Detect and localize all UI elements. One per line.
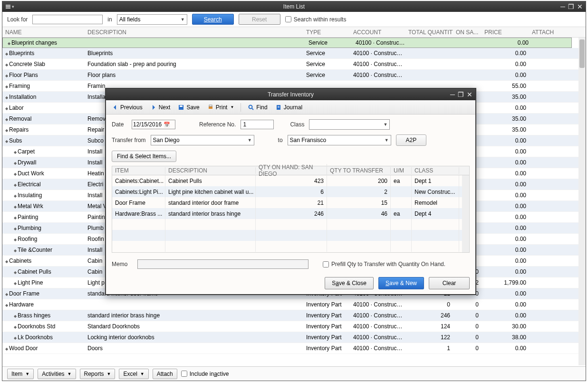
previous-button[interactable]: Previous	[109, 103, 145, 112]
find-button[interactable]: Find	[245, 103, 270, 112]
date-input[interactable]	[133, 121, 164, 128]
cell-acct: 40100 · Construct...	[353, 39, 408, 46]
col-name[interactable]: NAME	[2, 29, 85, 36]
cell-price: 0.00	[482, 214, 529, 220]
window-title: Item List	[283, 3, 305, 10]
from-select[interactable]: San Diego▼	[151, 135, 254, 145]
dcell-um	[391, 197, 412, 208]
dialog-row[interactable]: Hardware:Brass ...standard interior bras…	[112, 208, 469, 219]
dcol-qtt[interactable]: QTY TO TRANSFER	[327, 167, 391, 174]
col-price[interactable]: PRICE	[482, 29, 529, 36]
to-select[interactable]: San Fransisco▼	[288, 135, 391, 145]
dcol-desc[interactable]: DESCRIPTION	[165, 167, 256, 174]
look-for-input[interactable]	[32, 15, 103, 24]
attach-button[interactable]: Attach	[153, 369, 177, 379]
table-row[interactable]: ◆HardwareInventory Part40100 · Construct…	[2, 299, 586, 310]
col-type[interactable]: TYPE	[303, 29, 350, 36]
search-button[interactable]: Search	[192, 14, 234, 25]
dialog-row[interactable]	[112, 241, 469, 252]
dialog-toolbar: Previous Next Save Print ▼ Find Journal	[106, 100, 475, 115]
next-button[interactable]: Next	[147, 103, 174, 112]
cell-desc: Blueprints	[85, 50, 303, 57]
save-button[interactable]: Save	[175, 103, 202, 112]
ref-input[interactable]	[241, 120, 274, 129]
class-select[interactable]: ▼	[309, 119, 390, 130]
table-row[interactable]: ◆Wood DoorDoorsInventory Part40100 · Con…	[2, 343, 586, 354]
activities-menu-button[interactable]: Activities▼	[38, 369, 76, 379]
search-within-input[interactable]	[285, 16, 291, 22]
dialog-scrollbar[interactable]	[462, 175, 469, 252]
cell-onsa: 0	[453, 312, 482, 319]
memo-input[interactable]	[137, 259, 308, 269]
svg-point-7	[249, 105, 252, 108]
cell-tq: 1	[405, 345, 453, 352]
col-att[interactable]: ATTACH	[529, 29, 567, 36]
date-input-wrap[interactable]: 📅	[132, 120, 175, 129]
journal-button[interactable]: Journal	[272, 103, 305, 112]
calendar-icon[interactable]: 📅	[164, 122, 170, 128]
scrollbar-thumb[interactable]	[579, 39, 585, 68]
dialog-close-icon[interactable]: ✕	[467, 91, 472, 98]
cell-name: ◆Cabinet Pulls	[2, 268, 85, 275]
dcol-um[interactable]: U/M	[391, 167, 412, 174]
dcol-item[interactable]: ITEM	[112, 167, 165, 174]
close-icon[interactable]: ✕	[577, 3, 583, 10]
a2p-button[interactable]: A2P	[396, 134, 427, 146]
clear-button[interactable]: Clear	[429, 277, 470, 289]
table-row[interactable]: ◆Lk DoorknobsLocking interior doorknobsI…	[2, 332, 586, 343]
col-desc[interactable]: DESCRIPTION	[85, 29, 303, 36]
cell-name: ◆Painting	[2, 214, 85, 220]
dcell-qoh: 6	[256, 186, 327, 197]
col-tq[interactable]: TOTAL QUANTITY ...	[405, 29, 453, 36]
table-row[interactable]: ◆Floor PlansFloor plansService40100 · Co…	[2, 70, 586, 81]
cell-name: ◆Plumbing	[2, 225, 85, 231]
col-onsa[interactable]: ON SA...	[453, 29, 482, 36]
svg-rect-1	[6, 6, 10, 7]
svg-rect-2	[6, 8, 10, 9]
maximize-icon[interactable]: ❐	[568, 3, 574, 10]
cell-name: ◆Concrete Slab	[2, 61, 85, 67]
save-new-button[interactable]: Save & New	[378, 277, 424, 289]
item-menu-button[interactable]: Item▼	[7, 369, 34, 379]
table-row[interactable]: ◆Concrete SlabFoundation slab - prep and…	[2, 59, 586, 70]
reset-button[interactable]: Reset	[239, 14, 280, 25]
cell-tq: 124	[405, 323, 453, 330]
table-row[interactable]: ◆Blueprint changesService40100 · Constru…	[2, 38, 572, 48]
table-row[interactable]: ◆Brass hingesstandard interior brass hin…	[2, 310, 586, 321]
dialog-title-bar: Transfer Inventory ─ ❐ ✕	[106, 89, 475, 100]
cell-acct: 40100 · Construct...	[350, 312, 405, 319]
table-row[interactable]: ◆BlueprintsBlueprintsService40100 · Cons…	[2, 48, 586, 59]
table-row[interactable]: ◆Doorknobs StdStandard DoorknobsInventor…	[2, 321, 586, 332]
cell-desc: Doors	[85, 345, 303, 352]
dialog-minimize-icon[interactable]: ─	[450, 91, 455, 98]
prefill-input[interactable]	[323, 261, 329, 267]
cell-price: 0.00	[482, 61, 529, 67]
svg-rect-0	[6, 5, 10, 6]
dialog-row[interactable]	[112, 219, 469, 230]
minimize-icon[interactable]: ─	[560, 3, 565, 10]
dialog-maximize-icon[interactable]: ❐	[458, 91, 464, 98]
cell-price: 0.00	[482, 345, 529, 352]
save-close-button[interactable]: Save & Close	[325, 277, 374, 289]
include-inactive-input[interactable]	[181, 371, 187, 377]
find-select-items-button[interactable]: Find & Select Items...	[112, 151, 176, 162]
cell-price: 0.00	[482, 236, 529, 242]
reports-menu-button[interactable]: Reports▼	[80, 369, 116, 379]
prefill-checkbox[interactable]: Prefill Qty to Transfer with Quantity On…	[323, 261, 445, 267]
dcell-qtt: 2	[327, 186, 391, 197]
dialog-row[interactable]: Cabinets:Light Pi...Light pine kitchen c…	[112, 186, 469, 197]
dialog-row[interactable]	[112, 230, 469, 241]
fields-select[interactable]: All fields ▼	[117, 14, 187, 25]
window-menu-icon[interactable]: ▾	[5, 4, 14, 10]
dcol-class[interactable]: CLASS	[412, 167, 459, 174]
cell-acct: 40100 · Construct...	[350, 72, 405, 78]
bottom-bar: Item▼ Activities▼ Reports▼ Excel▼ Attach…	[2, 366, 586, 381]
dialog-row[interactable]: Cabinets:Cabinet...Cabinet Pulls423200ea…	[112, 175, 469, 186]
excel-menu-button[interactable]: Excel▼	[119, 369, 148, 379]
dialog-row[interactable]: Door Framestandard interior door frame21…	[112, 197, 469, 208]
col-acct[interactable]: ACCOUNT	[350, 29, 405, 36]
print-button[interactable]: Print ▼	[204, 103, 237, 112]
scrollbar[interactable]	[578, 38, 586, 365]
include-inactive-checkbox[interactable]: Include inactive	[181, 371, 229, 377]
search-within-checkbox[interactable]: Search within results	[285, 16, 347, 23]
